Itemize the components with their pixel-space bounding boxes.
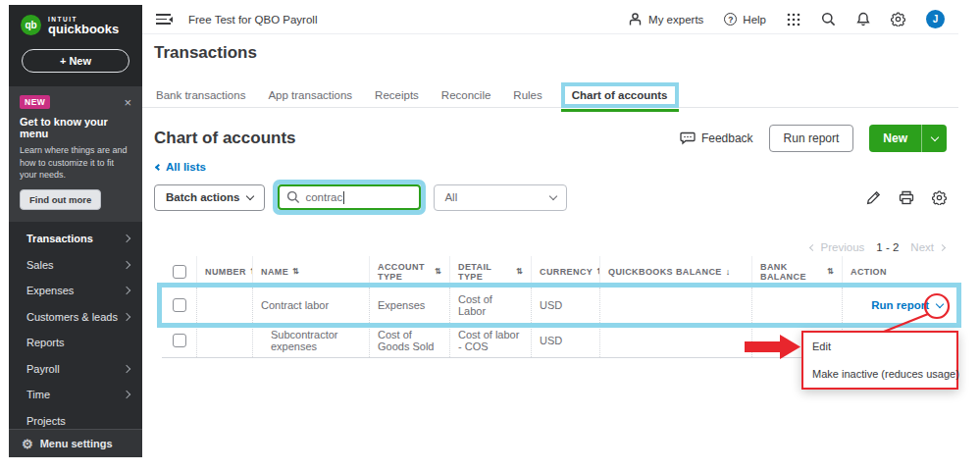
back-to-all-lists-link[interactable]: All lists	[156, 161, 206, 173]
find-out-more-button[interactable]: Find out more	[20, 189, 101, 210]
active-tab-underline	[561, 109, 679, 112]
my-experts-button[interactable]: My experts	[628, 12, 703, 26]
row-run-report-link[interactable]: Run report	[871, 299, 929, 311]
new-transaction-button[interactable]: + New	[22, 49, 129, 73]
row-action-context-menu: Edit Make inactive (reduces usage)	[801, 331, 958, 390]
menu-item-edit[interactable]: Edit	[803, 333, 956, 360]
sidebar-item-reports[interactable]: Reports	[9, 330, 142, 356]
chevron-right-icon	[123, 312, 130, 320]
settings-gear-icon[interactable]	[891, 12, 905, 26]
section-title: Chart of accounts	[154, 129, 296, 148]
row-action-dropdown-icon[interactable]	[936, 299, 944, 307]
person-icon	[628, 12, 643, 26]
next-page-button[interactable]: Next	[910, 241, 945, 253]
help-button[interactable]: ? Help	[724, 13, 766, 26]
top-bar: Free Test for QBO Payroll My experts ? H…	[142, 5, 958, 34]
sidebar-item-customers-leads[interactable]: Customers & leads	[9, 303, 142, 330]
batch-actions-dropdown[interactable]: Batch actions	[154, 184, 265, 211]
search-highlight-annotation: contrac	[278, 184, 421, 210]
promo-title: Get to know your menu	[20, 116, 131, 139]
sidebar-nav: Transactions Sales Expenses Customers & …	[9, 222, 142, 457]
sidebar-item-expenses[interactable]: Expenses	[9, 278, 142, 304]
quickbooks-wordmark: quickbooks	[48, 23, 119, 35]
search-icon	[286, 190, 300, 204]
search-input[interactable]: contrac	[278, 184, 421, 210]
gear-icon: ⚙	[22, 438, 33, 450]
pagination: Previous 1 - 2 Next	[810, 241, 945, 253]
promo-panel: NEW × Get to know your menu Learn where …	[9, 86, 142, 222]
apps-grid-icon[interactable]	[787, 13, 800, 26]
chevron-left-icon	[155, 164, 162, 171]
tab-chart-of-accounts[interactable]: Chart of accounts	[565, 86, 675, 104]
previous-page-button[interactable]: Previous	[810, 241, 865, 253]
close-icon[interactable]: ×	[124, 96, 131, 109]
table-row-contract-labor[interactable]: Contract labor Expenses Cost of Labor US…	[162, 288, 956, 323]
tab-rules[interactable]: Rules	[513, 89, 542, 101]
company-name: Free Test for QBO Payroll	[188, 14, 317, 26]
chevron-right-icon	[123, 391, 130, 398]
menu-item-make-inactive[interactable]: Make inactive (reduces usage)	[803, 360, 956, 388]
chevron-down-icon	[930, 133, 938, 141]
chevron-down-icon	[246, 192, 254, 200]
sidebar-item-time[interactable]: Time	[9, 382, 142, 408]
sidebar: qb INTUIT quickbooks + New NEW × Get to …	[9, 5, 142, 457]
sort-icon[interactable]: ⇅	[827, 267, 834, 276]
table-header-row: NUMBER⇅ NAME⇅ ACCOUNT TYPE⇅ DETAIL TYPE⇅…	[162, 256, 956, 288]
sort-icon[interactable]: ⇅	[292, 267, 299, 276]
new-account-dropdown[interactable]	[921, 125, 947, 152]
run-report-button[interactable]: Run report	[769, 125, 854, 152]
edit-pencil-icon[interactable]	[866, 190, 881, 205]
new-badge: NEW	[20, 95, 50, 109]
search-icon[interactable]	[821, 12, 836, 26]
quickbooks-logo: qb INTUIT quickbooks	[9, 5, 142, 41]
table-settings-gear-icon[interactable]	[932, 190, 947, 205]
new-account-split-button[interactable]: New	[869, 125, 947, 152]
tab-app-transactions[interactable]: App transactions	[268, 89, 352, 101]
tab-receipts[interactable]: Receipts	[375, 89, 419, 101]
chevron-right-icon	[123, 235, 130, 242]
sort-icon[interactable]: ⇅	[435, 267, 441, 276]
sidebar-item-transactions[interactable]: Transactions	[9, 226, 142, 252]
user-avatar[interactable]: J	[926, 10, 945, 28]
row-checkbox[interactable]	[173, 334, 186, 347]
app-window: qb INTUIT quickbooks + New NEW × Get to …	[0, 0, 980, 471]
promo-body: Learn where things are and how to custom…	[20, 144, 131, 182]
chevron-down-icon	[549, 192, 557, 200]
filter-dropdown[interactable]: All	[434, 184, 567, 211]
text-cursor	[343, 191, 344, 204]
collapse-menu-icon[interactable]	[156, 14, 171, 25]
page-range: 1 - 2	[876, 241, 899, 253]
page-title: Transactions	[154, 43, 257, 63]
tab-bar: Bank transactions App transactions Recei…	[142, 82, 958, 108]
select-all-checkbox[interactable]	[173, 265, 186, 279]
chevron-right-icon	[123, 287, 130, 294]
sort-desc-icon[interactable]: ↓	[726, 267, 731, 277]
chevron-right-icon	[123, 260, 130, 268]
search-value: contrac	[305, 191, 342, 203]
help-icon: ?	[724, 13, 737, 26]
menu-settings-label: Menu settings	[40, 438, 113, 449]
tab-reconcile[interactable]: Reconcile	[441, 89, 491, 101]
notifications-bell-icon[interactable]	[856, 12, 870, 26]
chevron-right-icon	[123, 364, 130, 372]
feedback-button[interactable]: Feedback	[680, 131, 753, 145]
row-checkbox[interactable]	[173, 298, 186, 312]
sidebar-item-payroll[interactable]: Payroll	[9, 355, 142, 382]
qb-logo-icon: qb	[21, 15, 41, 35]
main-content: Transactions Bank transactions App trans…	[142, 34, 958, 457]
chevron-left-icon	[809, 243, 816, 250]
sort-icon[interactable]: ⇅	[516, 267, 523, 276]
tab-bank-transactions[interactable]: Bank transactions	[156, 89, 245, 101]
new-account-button[interactable]: New	[869, 125, 921, 152]
print-icon[interactable]	[899, 190, 914, 205]
sidebar-item-sales[interactable]: Sales	[9, 251, 142, 278]
chevron-right-icon	[939, 243, 946, 250]
menu-settings[interactable]: ⚙ Menu settings	[9, 429, 142, 457]
feedback-bubble-icon	[680, 131, 696, 145]
